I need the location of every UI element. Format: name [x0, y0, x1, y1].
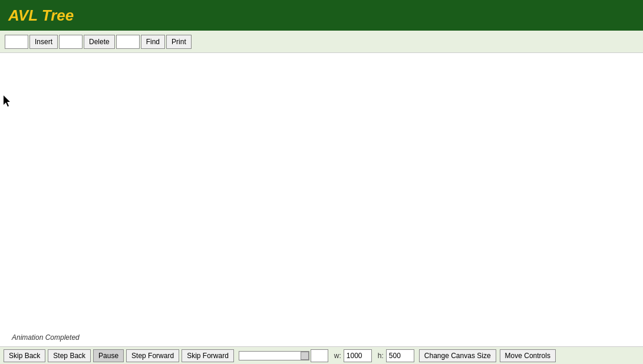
bottom-bar: Skip Back Step Back Pause Step Forward S…	[0, 346, 643, 364]
canvas-area: Animation Completed	[0, 53, 643, 346]
progress-bar-container	[239, 349, 328, 362]
height-input[interactable]	[386, 349, 414, 362]
cursor-icon	[4, 95, 12, 107]
find-input[interactable]	[116, 35, 140, 49]
progress-thumb[interactable]	[301, 352, 309, 360]
height-label: h:	[378, 352, 384, 360]
change-canvas-size-button[interactable]: Change Canvas Size	[419, 349, 496, 362]
svg-marker-0	[4, 95, 10, 107]
progress-track[interactable]	[239, 351, 309, 360]
toolbar: Insert Delete Find Print	[0, 31, 643, 53]
width-input[interactable]	[344, 349, 372, 362]
move-controls-button[interactable]: Move Controls	[500, 349, 556, 362]
find-button[interactable]: Find	[141, 35, 165, 49]
skip-back-button[interactable]: Skip Back	[4, 349, 45, 362]
delete-button[interactable]: Delete	[84, 35, 115, 49]
skip-forward-button[interactable]: Skip Forward	[182, 349, 234, 362]
step-forward-button[interactable]: Step Forward	[126, 349, 179, 362]
width-label: w:	[334, 352, 341, 360]
insert-input[interactable]	[5, 35, 28, 49]
insert-button[interactable]: Insert	[29, 35, 58, 49]
delete-input[interactable]	[59, 35, 83, 49]
header: AVL Tree	[0, 0, 643, 31]
speed-input[interactable]	[311, 349, 328, 362]
animation-status: Animation Completed	[12, 333, 80, 342]
step-back-button[interactable]: Step Back	[48, 349, 91, 362]
print-button[interactable]: Print	[166, 35, 192, 49]
pause-button[interactable]: Pause	[93, 349, 124, 362]
app-title: AVL Tree	[8, 6, 74, 25]
